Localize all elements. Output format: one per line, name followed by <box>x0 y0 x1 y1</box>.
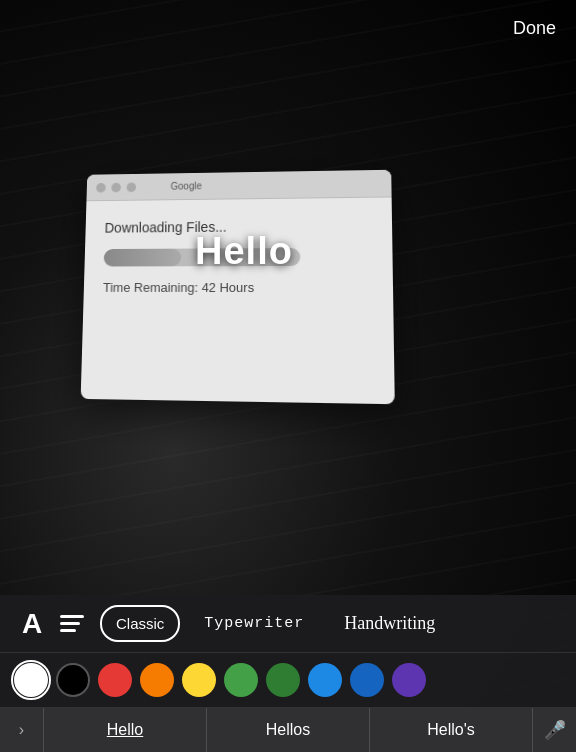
font-toolbar: A Classic Typewriter Handwriting <box>0 595 576 653</box>
color-picker <box>0 653 576 708</box>
bottom-toolbar-area: A Classic Typewriter Handwriting › Hello… <box>0 595 576 752</box>
color-swatch-blue-light[interactable] <box>308 663 342 697</box>
suggestion-hello[interactable]: Hello <box>44 708 207 752</box>
color-swatch-purple[interactable] <box>392 663 426 697</box>
font-style-classic[interactable]: Classic <box>100 605 180 642</box>
font-size-icon[interactable]: A <box>14 608 50 640</box>
titlebar-dot-1 <box>96 182 106 192</box>
suggestion-hellos-apostrophe[interactable]: Hello's <box>370 708 532 752</box>
suggestion-hellos[interactable]: Hellos <box>207 708 370 752</box>
line-icon-2 <box>60 622 80 625</box>
line-icon-3 <box>60 629 76 632</box>
dialog-container: Google Downloading Files... Time Remaini… <box>81 170 395 404</box>
suggestion-bar: › Hello Hellos Hello's 🎤 <box>0 708 576 752</box>
color-swatch-red[interactable] <box>98 663 132 697</box>
time-remaining: Time Remaining: 42 Hours <box>103 280 254 295</box>
color-swatch-yellow[interactable] <box>182 663 216 697</box>
progress-bar-fill <box>104 249 182 267</box>
font-style-handwriting[interactable]: Handwriting <box>328 605 451 642</box>
suggestion-expand-icon[interactable]: › <box>0 708 44 752</box>
color-swatch-green[interactable] <box>266 663 300 697</box>
color-swatch-orange[interactable] <box>140 663 174 697</box>
titlebar-dot-2 <box>111 182 121 192</box>
font-styles-list: Classic Typewriter Handwriting <box>100 605 562 642</box>
mic-icon[interactable]: 🎤 <box>532 708 576 752</box>
font-style-typewriter[interactable]: Typewriter <box>188 605 320 642</box>
text-align-icon[interactable] <box>60 615 90 632</box>
dialog-titlebar: Google <box>86 170 391 202</box>
color-swatch-green-light[interactable] <box>224 663 258 697</box>
color-swatch-blue[interactable] <box>350 663 384 697</box>
titlebar-label: Google <box>171 181 202 192</box>
color-swatch-black[interactable] <box>56 663 90 697</box>
dialog-window: Google Downloading Files... Time Remaini… <box>81 170 395 404</box>
line-icon-1 <box>60 615 84 618</box>
titlebar-dot-3 <box>126 182 136 192</box>
done-button[interactable]: Done <box>513 18 556 39</box>
suggestions-list: Hello Hellos Hello's <box>44 708 532 752</box>
color-swatch-white[interactable] <box>14 663 48 697</box>
overlay-text[interactable]: Hello <box>195 230 293 273</box>
